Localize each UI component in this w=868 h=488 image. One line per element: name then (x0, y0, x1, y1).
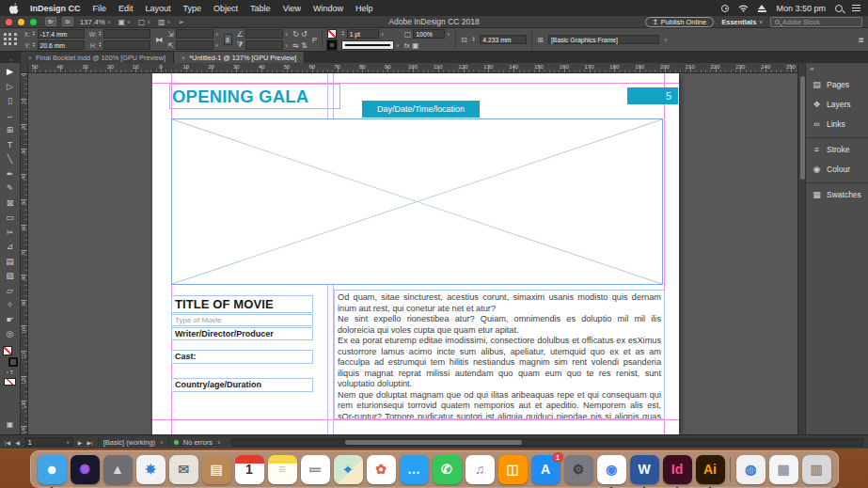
w-stepper[interactable]: ▲▼ (99, 31, 103, 38)
tool-button[interactable]: ▱ (0, 284, 20, 299)
dock-icon[interactable]: ▦ (769, 455, 798, 484)
adobe-stock-search-input[interactable]: Adobe Stock (770, 17, 862, 27)
tool-button[interactable]: ╲ (0, 152, 20, 167)
bottom-margin-guide[interactable] (152, 419, 679, 420)
tool-button[interactable]: ▤ (0, 255, 20, 270)
share-icon[interactable]: ➢ (178, 18, 184, 26)
body-text-frame[interactable]: Od quam, sitae sincturest, acestius coru… (334, 290, 665, 419)
tool-button[interactable]: ✧ (0, 298, 20, 313)
rotation-angle-field[interactable] (245, 29, 283, 39)
arrange-documents-dropdown[interactable]: ▥∨ (158, 18, 170, 26)
movie-cast-frame[interactable]: Cast: (171, 350, 313, 364)
vertical-scrollbar[interactable] (797, 63, 805, 434)
apply-none-button[interactable] (4, 378, 16, 386)
workspace-switcher[interactable]: Essentials∨ (721, 18, 763, 26)
movie-title-frame[interactable]: TITLE OF MOVIE (171, 295, 313, 313)
preflight-status-text[interactable]: No errors (183, 438, 213, 447)
page-number-box[interactable]: 5 (627, 87, 678, 104)
canvas-pasteboard[interactable]: OPENING GALA Day/Date/Time/location 5 TI… (28, 73, 797, 434)
ruler-origin-corner[interactable] (21, 63, 28, 73)
menu-item[interactable]: Help (355, 4, 373, 13)
stroke-swatch[interactable] (327, 40, 337, 50)
fill-swatch-none[interactable] (327, 29, 337, 39)
eject-icon[interactable] (758, 5, 766, 12)
tool-button[interactable]: T (0, 138, 20, 153)
horizontal-ruler[interactable]: 5040302010010203040506070809010011012013… (28, 63, 797, 73)
tool-button[interactable]: ⊠ (0, 197, 20, 212)
x-stepper[interactable]: ▲▼ (32, 31, 36, 38)
dock-icon[interactable]: ▤ (202, 455, 231, 484)
dock-icon[interactable]: ✆ (433, 455, 462, 484)
dock-icon[interactable]: 1 (235, 455, 264, 484)
x-position-field[interactable]: -17.4 mm (38, 29, 85, 39)
apple-menu-icon[interactable] (9, 3, 19, 14)
menu-item[interactable]: File (93, 4, 107, 13)
input-source-icon[interactable] (721, 5, 729, 12)
panel-tab[interactable]: ◉ Colour (806, 159, 868, 179)
dock-icon[interactable]: … (400, 455, 429, 484)
stroke-weight-field[interactable]: 1 pt (347, 29, 379, 39)
y-position-field[interactable]: 20.6 mm (38, 40, 85, 50)
movie-type-frame[interactable]: Type of Movie (171, 314, 313, 326)
last-page-button[interactable]: ▶| (87, 439, 92, 446)
menu-item[interactable]: Edit (118, 4, 134, 13)
vertical-ruler[interactable]: 0102030405060708090100110120130140 (21, 73, 28, 434)
dock-icon[interactable]: Ai (696, 455, 725, 484)
formatting-affects-icons[interactable]: ▫ T (7, 370, 13, 375)
dock-icon[interactable]: ⚙ (564, 455, 593, 484)
menu-item[interactable]: InDesign CC (30, 4, 81, 13)
stroke-type-dropdown[interactable] (341, 40, 394, 50)
dock-icon[interactable]: ✺ (71, 455, 100, 484)
tool-button[interactable]: ▯ (0, 94, 20, 109)
tool-button[interactable]: ▨ (0, 269, 20, 284)
first-page-button[interactable]: |◀ (5, 439, 10, 446)
tool-button[interactable]: ↔ (0, 109, 20, 124)
wifi-icon[interactable] (738, 4, 749, 12)
constrain-dimensions-icon[interactable]: ⧓ (155, 36, 163, 44)
tool-button[interactable]: ▶ (0, 65, 20, 80)
stroke-weight-stepper[interactable]: ▲▼ (341, 31, 345, 38)
panel-tab[interactable]: ≡ Stroke (806, 137, 868, 159)
tab-overflow-icon[interactable]: ▫ (0, 56, 21, 63)
height-field[interactable] (103, 40, 150, 50)
tool-button[interactable]: ✒ (0, 167, 20, 182)
page-number-field[interactable]: 1∨ (24, 437, 73, 447)
tab-close-icon[interactable]: × (28, 55, 32, 61)
dock-icon[interactable]: ✿ (367, 455, 396, 484)
dock-icon[interactable]: W (630, 455, 659, 484)
rotate-cw-button[interactable]: ↻ (292, 30, 299, 39)
menu-item[interactable]: Window (313, 4, 343, 13)
panel-tab[interactable]: ❖ Layers (806, 94, 868, 114)
corner-options-icon[interactable]: ⊡ (461, 36, 467, 44)
opacity-field[interactable]: 100% (413, 29, 445, 39)
screen-mode-dropdown[interactable]: ▢∨ (138, 18, 150, 26)
corner-radius-field[interactable]: 4.233 mm (480, 35, 527, 44)
tool-button[interactable]: ⊞ (0, 123, 20, 138)
next-page-button[interactable]: ▶ (78, 439, 83, 446)
preflight-preset[interactable]: [Basic] (working) (103, 438, 155, 447)
dock-icon[interactable]: Id (663, 455, 692, 484)
drop-shadow-icon[interactable]: ▣ (412, 41, 419, 50)
h-stepper[interactable]: ▲▼ (99, 42, 103, 49)
flip-vertical-button[interactable]: ⇅ (301, 41, 308, 50)
y-stepper[interactable]: ▲▼ (32, 42, 36, 49)
movie-writer-frame[interactable]: Writer/Director/Producer (171, 327, 313, 340)
document-tab[interactable]: × *Untitled-1 @ 137% [GPU Preview] (174, 52, 305, 63)
minimize-window-button[interactable] (18, 19, 24, 25)
dock-icon[interactable]: ◍ (736, 455, 765, 484)
menu-item[interactable]: Type (183, 4, 202, 13)
tool-button[interactable]: ◎ (0, 327, 20, 342)
panel-tab[interactable]: ▤ Pages (806, 74, 868, 94)
panel-tab[interactable]: ▦ Swatches (806, 182, 868, 204)
menu-item[interactable]: Table (250, 4, 271, 13)
spotlight-icon[interactable] (835, 5, 843, 12)
zoom-window-button[interactable] (30, 19, 37, 25)
previous-page-button[interactable]: ◀ (15, 439, 20, 446)
notification-center-icon[interactable] (852, 5, 860, 7)
flip-horizontal-button[interactable]: ⇋ (292, 41, 299, 50)
document-tab[interactable]: × Final Booklet.indd @ 100% [GPU Preview… (21, 52, 174, 63)
vertical-scrollbar-thumb[interactable] (800, 76, 805, 180)
headline-text-frame[interactable]: OPENING GALA (169, 84, 340, 109)
tool-button[interactable]: ✎ (0, 181, 20, 197)
publish-online-button[interactable]: ↥Publish Online (645, 17, 715, 27)
